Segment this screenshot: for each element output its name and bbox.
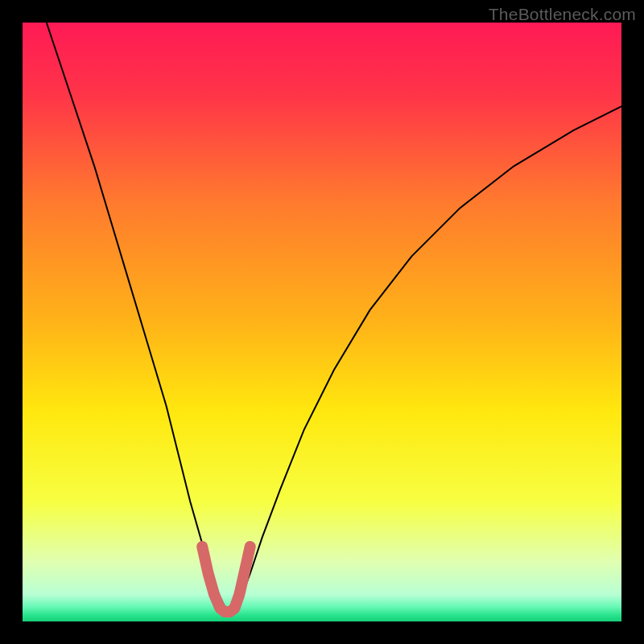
chart-svg: [23, 23, 621, 621]
chart-plot-area: [23, 23, 621, 621]
gradient-background: [23, 23, 621, 621]
watermark-text: TheBottleneck.com: [489, 5, 636, 24]
